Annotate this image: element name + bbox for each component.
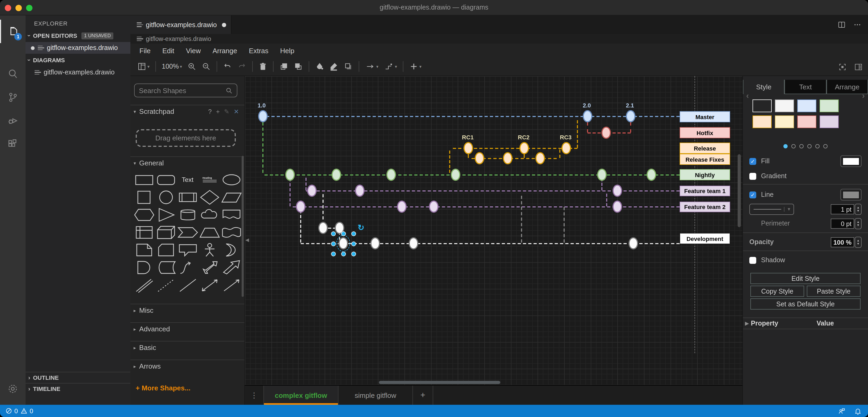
selection-handle[interactable] — [331, 251, 336, 256]
commit-node-dev[interactable] — [628, 237, 638, 250]
shape-parallelogram[interactable] — [220, 188, 242, 206]
merge-line-feature[interactable] — [306, 178, 307, 190]
shape-double-line[interactable] — [133, 276, 155, 294]
commit-node-master[interactable] — [258, 110, 268, 122]
shape-process[interactable] — [177, 188, 198, 206]
shape-arrow[interactable] — [220, 258, 242, 276]
fill-checkbox[interactable]: ✓ — [749, 158, 756, 165]
step-up-icon[interactable]: ▲ — [857, 239, 860, 242]
more-shapes-button[interactable]: + More Shapes... — [136, 384, 190, 392]
commit-node-feature[interactable] — [613, 200, 622, 213]
diagrams-section[interactable]: › DIAGRAMS — [26, 55, 130, 65]
commit-node-feature[interactable] — [355, 185, 365, 197]
copy-style-button[interactable]: Copy Style — [750, 286, 804, 297]
shape-directional-connector[interactable] — [220, 276, 242, 294]
scratchpad-close-icon[interactable]: ✕ — [234, 108, 239, 115]
breadcrumb[interactable]: gitflow-examples.drawio — [130, 34, 868, 43]
selection-handle[interactable] — [341, 231, 346, 236]
shape-cylinder[interactable] — [177, 206, 198, 223]
shape-actor[interactable] — [198, 241, 220, 258]
step-down-icon[interactable]: ▼ — [857, 209, 860, 212]
format-panel-toggle-icon[interactable] — [854, 63, 863, 71]
commit-node-feature[interactable] — [397, 200, 407, 213]
commit-node-release[interactable] — [535, 152, 545, 164]
branch-label-release-fixes[interactable]: Release Fixes — [680, 154, 730, 165]
merge-line-release[interactable] — [559, 150, 560, 158]
selection-handle[interactable] — [331, 231, 336, 236]
commit-node-dev[interactable] — [370, 237, 380, 250]
branch-label-release[interactable]: Release — [680, 142, 730, 154]
shape-callout[interactable] — [177, 241, 198, 258]
shape-triangle[interactable] — [155, 206, 177, 223]
shape-trapezoid[interactable] — [198, 223, 220, 241]
merge-line-devgray[interactable] — [564, 207, 565, 243]
merge-line-hotfix[interactable] — [630, 122, 631, 132]
line-style-dropdown[interactable]: ▼ — [749, 203, 794, 215]
branch-line-nightly[interactable] — [265, 174, 680, 175]
zoom-out-button[interactable] — [199, 60, 213, 73]
commit-node-dev[interactable] — [318, 222, 328, 234]
menu-item-extras[interactable]: Extras — [243, 46, 274, 55]
merge-line-release[interactable] — [449, 151, 450, 173]
style-preset-3[interactable] — [797, 99, 816, 112]
perimeter-stepper[interactable]: 0 pt ▲▼ — [831, 218, 862, 229]
outline-section[interactable]: › OUTLINE — [26, 372, 130, 382]
commit-node-nightly[interactable] — [386, 169, 396, 181]
more-actions-icon[interactable] — [853, 21, 862, 29]
shape-bidirectional-connector[interactable] — [198, 276, 220, 294]
shape-bidirectional-arrow[interactable] — [198, 258, 220, 276]
preset-page-dot-4[interactable] — [807, 144, 812, 149]
shape-tape[interactable] — [220, 223, 242, 241]
shape-cube[interactable] — [155, 223, 177, 241]
merge-line-devgray[interactable] — [521, 196, 522, 243]
rotate-handle-icon[interactable]: ↻ — [358, 223, 364, 232]
timeline-section[interactable]: › TIMELINE — [26, 383, 130, 394]
branch-label-development[interactable]: Development — [680, 233, 730, 244]
shape-line[interactable] — [177, 276, 198, 294]
palette-scrollbar[interactable] — [242, 156, 244, 297]
connection-style-button[interactable]: ▾ — [363, 60, 381, 73]
menu-item-arrange[interactable]: Arrange — [207, 46, 243, 55]
feedback-icon[interactable] — [838, 407, 846, 415]
line-width-stepper[interactable]: 1 pt ▲▼ — [831, 203, 862, 215]
scratchpad-edit-icon[interactable]: ✎ — [224, 108, 229, 115]
commit-node-nightly[interactable] — [597, 169, 607, 181]
page-tab-complex-gitflow[interactable]: complex gitflow — [264, 386, 338, 405]
merge-line-dev[interactable] — [322, 194, 323, 225]
merge-line-dev[interactable] — [300, 210, 301, 243]
menu-item-view[interactable]: View — [180, 46, 207, 55]
gradient-checkbox[interactable] — [749, 172, 756, 180]
shape-cloud[interactable] — [198, 206, 220, 223]
merge-line-release[interactable] — [577, 120, 578, 148]
shape-data-storage[interactable] — [155, 258, 177, 276]
diagrams-file-item[interactable]: gitflow-examples.drawio — [26, 66, 130, 78]
palette-collapse-handle[interactable]: ◀ — [245, 237, 249, 243]
commit-node-nightly[interactable] — [285, 169, 295, 181]
canvas-horizontal-scrollbar[interactable] — [379, 381, 500, 384]
shape-note[interactable] — [133, 241, 155, 258]
shape-internal-storage[interactable] — [133, 223, 155, 241]
page-tab-simple-gitflow[interactable]: simple gitflow — [338, 386, 413, 405]
opacity-stepper[interactable]: 100 % ▲▼ — [831, 236, 862, 248]
shape-document[interactable] — [220, 206, 242, 223]
shape-step[interactable] — [177, 223, 198, 241]
palette-section-basic[interactable]: ▸Basic — [130, 341, 244, 354]
menu-item-file[interactable]: File — [133, 46, 156, 55]
shape-card[interactable] — [155, 241, 177, 258]
shape-hexagon[interactable] — [133, 206, 155, 223]
merge-line-feature[interactable] — [606, 194, 607, 206]
shape-curve[interactable] — [177, 258, 198, 276]
presets-prev-icon[interactable]: ‹ — [746, 91, 749, 100]
style-preset-4[interactable] — [819, 99, 839, 112]
branch-label-feature-team-1[interactable]: Feature team 1 — [680, 186, 730, 196]
shape-dotted-line[interactable] — [155, 276, 177, 294]
line-color-swatch[interactable] — [840, 189, 862, 200]
shadow-checkbox[interactable] — [749, 257, 756, 263]
commit-node-nightly[interactable] — [332, 169, 341, 181]
commit-node-hotfix[interactable] — [601, 127, 611, 139]
settings-gear-icon[interactable] — [0, 377, 26, 400]
preset-page-dot-5[interactable] — [815, 144, 819, 149]
shape-ellipse[interactable] — [220, 171, 242, 188]
shape-rounded-rectangle[interactable] — [155, 171, 177, 188]
paste-style-button[interactable]: Paste Style — [807, 286, 861, 297]
